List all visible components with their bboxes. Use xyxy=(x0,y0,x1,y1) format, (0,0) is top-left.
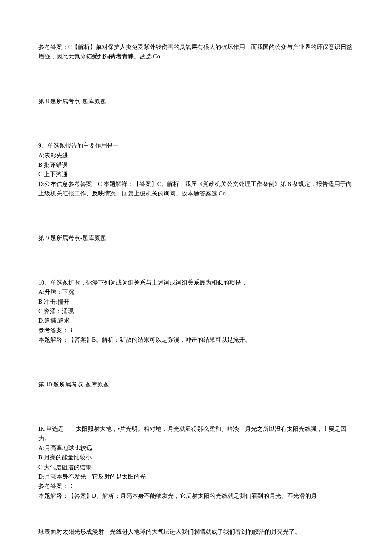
q10-option-b: B:冲击:撞开 xyxy=(38,297,354,307)
q11-option-d: D:月亮本身不发光，它反射的是太阳的光 xyxy=(38,472,354,482)
q11-option-c: C:大气层阻措的结果 xyxy=(38,463,354,472)
q11-answer: 参考答案：D xyxy=(38,482,354,491)
q9-tag: 第 9 题所属考点-题库原题 xyxy=(38,234,354,243)
q10-tag-text: 第 10 题所属考点-题库原题 xyxy=(38,380,354,389)
q9-option-c: C:上下沟通 xyxy=(38,170,354,179)
spacer xyxy=(38,116,354,141)
spacer xyxy=(38,355,354,380)
q11-explain2-block: 球表面对太阳光形成漫射，光线进人地球的大气层进入我们眼睛就成了我们看到的皎洁的月… xyxy=(38,527,354,537)
q11-stem: IK 单选题 太阳照射大地，•片光明。相对地，月光就显得那么柔和、暗淡，月光之所… xyxy=(38,424,354,444)
q10-tag: 第 10 题所属考点-题库原题 xyxy=(38,380,354,389)
q10-block: 10、单选题扩散：弥漫下列词或词组关系与上述词或词组关系最为相似的项是： A:升… xyxy=(38,278,354,345)
q9-option-d-and-answer: D:公布信息参考答案：C 本题解祥：【答案】C。解析：我届《党政机关公文处理工作… xyxy=(38,180,354,199)
q9-stem: 9、单选题报告的主要作用是一 xyxy=(38,141,354,151)
q8-tag: 第 8 题所属考点-题库原题 xyxy=(38,97,354,106)
q10-answer: 参考答案：B xyxy=(38,326,354,335)
spacer xyxy=(38,208,354,234)
q8-answer-block: 参考答案：C【解析】氟对保护人类免受紫外线伤害的臭氧层有很大的破坏作用，而我国的… xyxy=(38,43,354,62)
q11-explain2: 球表面对太阳光形成漫射，光线进人地球的大气层进入我们眼睛就成了我们看到的皎洁的月… xyxy=(38,527,354,537)
q8-tag-text: 第 8 题所属考点-题库原题 xyxy=(38,97,354,106)
spacer xyxy=(38,253,354,278)
spacer xyxy=(38,546,354,555)
q10-option-c: C:奔涌：涌现 xyxy=(38,307,354,316)
q9-option-a: A;表彰先进 xyxy=(38,151,354,160)
spacer xyxy=(38,399,354,424)
q10-explain: 本题解释：【答案】B。解析：犷散的结果可以是弥漫，冲击的结果可以是掩开。 xyxy=(38,335,354,345)
q10-option-a: A:升腾：下沉 xyxy=(38,288,354,297)
q11-option-a: A:月亮离地球比较远 xyxy=(38,444,354,453)
q9-tag-text: 第 9 题所属考点-题库原题 xyxy=(38,234,354,243)
q11-block: IK 单选题 太阳照射大地，•片光明。相对地，月光就显得那么柔和、暗淡，月光之所… xyxy=(38,424,354,501)
q10-option-d: D:追捕:追求 xyxy=(38,316,354,325)
spacer xyxy=(38,510,354,527)
q11-explain1: 本题解释：【答案】D。解析：月亮本身不能够发光，它反射太阳的光线就是我们看到的月… xyxy=(38,491,354,501)
q9-block: 9、单选题报告的主要作用是一 A;表彰先进 B:批评错误 C:上下沟通 D:公布… xyxy=(38,141,354,198)
q11-option-b: B:月亮的能量比较小 xyxy=(38,453,354,462)
q10-stem: 10、单选题扩散：弥漫下列词或词组关系与上述词或词组关系最为相似的项是： xyxy=(38,278,354,288)
q8-answer-text: 参考答案：C【解析】氟对保护人类免受紫外线伤害的臭氧层有很大的破坏作用，而我国的… xyxy=(38,43,354,62)
q9-option-b: B:批评错误 xyxy=(38,160,354,170)
spacer xyxy=(38,71,354,97)
